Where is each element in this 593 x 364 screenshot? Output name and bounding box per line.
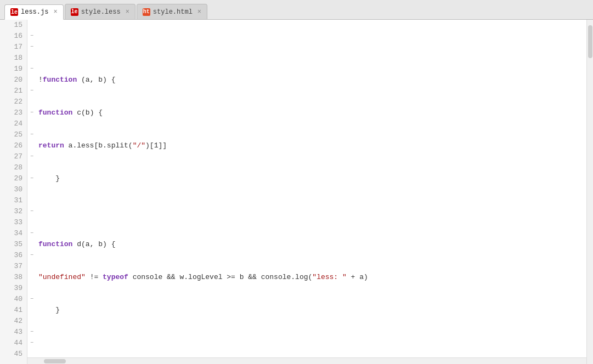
fold-btn-40[interactable]: − [27,294,36,305]
line-num-15: 15 [0,20,27,31]
line-num-32: 32 [0,206,27,217]
fold-btn-18 [27,53,36,64]
fold-btn-37 [27,261,36,272]
tab-icon-style-less: le [71,8,78,16]
fold-btn-33 [27,217,36,228]
line-numbers: 15 16 17 18 19 20 21 22 23 24 25 26 27 2… [0,20,27,364]
fold-btn-17[interactable]: − [27,42,36,53]
editor: 15 16 17 18 19 20 21 22 23 24 25 26 27 2… [0,20,593,364]
fold-btn-44[interactable]: − [27,338,36,349]
vertical-scrollbar[interactable] [586,20,593,364]
tab-label-style-less: style.less [81,8,121,16]
code-area[interactable]: !function (a, b) { function c(b) { retur… [36,20,586,364]
line-num-16: 16 [0,31,27,42]
fold-btn-34[interactable]: − [27,228,36,239]
fold-btn-31 [27,195,36,206]
line-num-17: 17 [0,42,27,53]
line-num-44: 44 [0,338,27,349]
tab-close-less-js[interactable]: × [53,9,57,15]
line-num-43: 43 [0,327,27,338]
tab-style-html[interactable]: ht style.html × [137,4,207,19]
fold-btn-25[interactable]: − [27,129,36,140]
line-num-45: 45 [0,349,27,360]
code-line-16: !function (a, b) { [38,75,586,86]
code-line-18: return a.less[b.split("/")[1]] [38,140,586,151]
tab-label-style-html: style.html [153,8,193,16]
tab-less-js[interactable]: le less.js × [4,4,64,20]
horizontal-scrollbar[interactable] [27,357,586,364]
line-num-26: 26 [0,140,27,151]
fold-btn-26 [27,140,36,151]
code-line-22: "undefined" != typeof console && w.logLe… [38,272,586,283]
tab-icon-less-js: le [10,8,18,16]
line-num-40: 40 [0,294,27,305]
tab-close-style-html[interactable]: × [197,9,201,15]
scrollbar-thumb[interactable] [588,25,592,58]
fold-btn-32[interactable]: − [27,206,36,217]
fold-btn-15 [27,20,36,31]
fold-btn-24 [27,118,36,129]
fold-btn-38 [27,272,36,283]
line-num-27: 27 [0,151,27,162]
fold-btn-27[interactable]: − [27,151,36,162]
tab-style-less[interactable]: le style.less × [65,4,135,19]
line-num-34: 34 [0,228,27,239]
line-num-36: 36 [0,250,27,261]
line-num-20: 20 [0,75,27,86]
line-num-33: 33 [0,217,27,228]
code-line-19: } [38,173,586,184]
line-num-22: 22 [0,96,27,107]
code-line-23: } [38,305,586,316]
code-line-24 [38,338,586,349]
line-num-41: 41 [0,305,27,316]
line-num-38: 38 [0,272,27,283]
tab-icon-style-html: ht [143,8,150,16]
line-num-23: 23 [0,107,27,118]
fold-btn-41 [27,305,36,316]
code-line-17: function c(b) { [38,107,586,118]
fold-btn-16[interactable]: − [27,31,36,42]
line-num-24: 24 [0,118,27,129]
horizontal-scrollbar-thumb[interactable] [44,359,66,363]
code-line-15 [38,42,586,53]
fold-btn-36[interactable]: − [27,250,36,261]
code-line-20 [38,206,586,217]
line-num-30: 30 [0,184,27,195]
line-num-25: 25 [0,129,27,140]
fold-btn-23[interactable]: − [27,107,36,118]
line-num-39: 39 [0,283,27,294]
line-num-35: 35 [0,239,27,250]
fold-btn-20 [27,75,36,86]
tab-label-less-js: less.js [21,8,48,16]
fold-btn-43[interactable]: − [27,327,36,338]
fold-btn-21[interactable]: − [27,86,36,96]
fold-btn-30 [27,184,36,195]
fold-btn-29[interactable]: − [27,173,36,184]
line-num-19: 19 [0,64,27,75]
fold-btn-39 [27,283,36,294]
code-line-21: function d(a, b) { [38,239,586,250]
fold-btn-19[interactable]: − [27,64,36,75]
line-num-28: 28 [0,162,27,173]
tab-close-style-less[interactable]: × [126,9,129,15]
line-num-42: 42 [0,316,27,327]
fold-btn-42 [27,316,36,327]
line-num-37: 37 [0,261,27,272]
line-num-18: 18 [0,53,27,64]
line-num-29: 29 [0,173,27,184]
line-num-31: 31 [0,195,27,206]
fold-btn-22 [27,96,36,107]
tab-bar: le less.js × le style.less × ht style.ht… [0,0,593,20]
fold-btn-35 [27,239,36,250]
fold-btn-28 [27,162,36,173]
fold-column: − − − − − − − − − − − − − − [27,20,36,364]
line-num-21: 21 [0,86,27,96]
